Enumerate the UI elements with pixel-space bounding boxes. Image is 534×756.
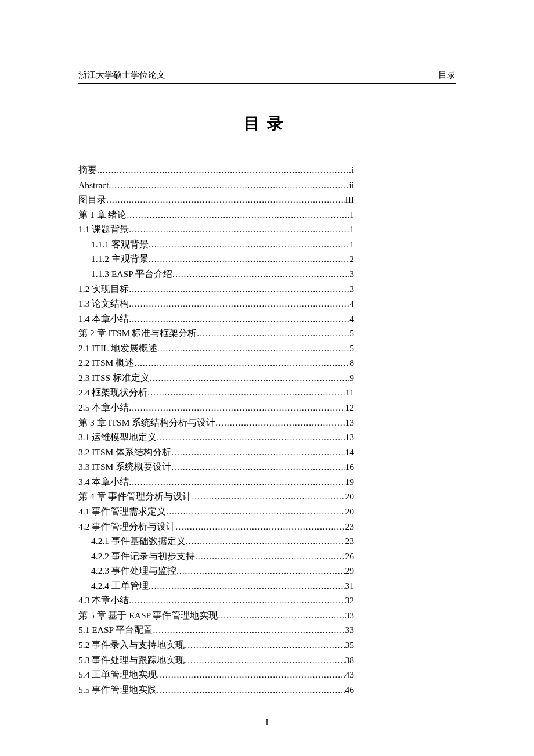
toc-entry: 1.1.2 主观背景 2 (78, 251, 354, 267)
toc-entry-label: 4.2.3 事件处理与监控 (91, 563, 176, 578)
toc-entry-page: 3 (349, 282, 354, 297)
toc-entry-page: 14 (345, 445, 355, 460)
toc-leader-dots (129, 474, 345, 489)
toc-leader-dots (147, 385, 345, 400)
toc-leader-dots (171, 445, 345, 460)
toc-leader-dots (157, 667, 345, 682)
toc-leader-dots (185, 638, 345, 653)
toc-entry-label: 2.1 ITIL 地发展概述 (78, 341, 157, 356)
toc-leader-dots (157, 341, 349, 356)
toc-leader-dots (172, 267, 349, 282)
toc-entry-label: 3.1 运维模型地定义 (78, 430, 157, 445)
toc-entry-page: 8 (349, 355, 354, 370)
toc-entry-label: 3.4 本章小结 (78, 474, 129, 489)
toc-entry: 4.2.4 工单管理 31 (78, 578, 354, 593)
toc-entry-page: i (352, 163, 354, 178)
toc-entry: 5.3 事件处理与跟踪地实现 38 (78, 653, 354, 668)
toc-entry-label: 5.5 事件管理地实践 (78, 682, 157, 697)
toc-entry-label: Abstract (78, 178, 109, 193)
toc-list: 摘要 iAbstractii图目录 III第 1 章 绪论 11.1 课题背景 … (78, 163, 354, 697)
toc-leader-dots (186, 534, 345, 549)
toc-leader-dots (171, 459, 345, 474)
toc-entry-label: 1.1.2 主观背景 (91, 251, 149, 267)
toc-entry: 3.3 ITSM 系统概要设计16 (78, 459, 354, 474)
toc-leader-dots (106, 192, 345, 207)
toc-leader-dots (97, 163, 352, 178)
toc-entry-label: 4.3 本章小结 (78, 593, 129, 608)
toc-entry-page: ii (349, 178, 354, 193)
toc-leader-dots (149, 237, 349, 252)
toc-leader-dots (149, 578, 345, 593)
toc-entry: 第 4 章 事件管理分析与设计 20 (78, 489, 354, 504)
toc-entry-page: 1 (349, 207, 354, 222)
toc-leader-dots (215, 415, 345, 430)
toc-entry-page: 35 (345, 638, 355, 653)
toc-entry-page: 3 (349, 267, 354, 282)
toc-entry-label: 第 1 章 绪论 (78, 207, 127, 222)
toc-entry-page: 46 (345, 682, 355, 697)
toc-entry-page: 19 (345, 474, 355, 489)
toc-entry-page: 26 (345, 549, 355, 564)
toc-leader-dots (129, 311, 349, 326)
toc-entry: 1.2 实现目标 3 (78, 282, 354, 297)
toc-entry-label: 4.1 事件管理需求定义 (78, 504, 166, 519)
toc-leader-dots (197, 326, 349, 341)
toc-entry-page: 5 (349, 341, 354, 356)
toc-entry: 1.1.1 客观背景 1 (78, 237, 354, 252)
header-left: 浙江大学硕士学位论文 (78, 70, 165, 81)
toc-entry-page: 1 (349, 237, 354, 252)
toc-entry-label: 5.4 工单管理地实现 (78, 667, 157, 682)
toc-entry-page: 12 (345, 400, 355, 415)
toc-entry-label: 1.1.1 客观背景 (91, 237, 149, 252)
toc-entry-label: 第 2 章 ITSM 标准与框架分析 (78, 326, 197, 341)
toc-entry-label: 1.1.3 EASP 平台介绍 (91, 267, 172, 282)
page-number-footer: I (78, 718, 456, 728)
toc-entry-label: 2.2 ITSM 概述 (78, 355, 134, 370)
toc-leader-dots (192, 489, 345, 504)
toc-leader-dots (129, 593, 345, 608)
toc-entry-label: 2.5 本章小结 (78, 400, 129, 415)
toc-leader-dots (218, 608, 345, 623)
toc-entry-page: 43 (345, 667, 355, 682)
toc-title: 目录 (78, 113, 456, 135)
toc-entry-page: 32 (345, 593, 355, 608)
toc-entry-label: 图目录 (78, 192, 106, 207)
toc-entry-label: 4.2.4 工单管理 (91, 578, 149, 593)
toc-entry-label: 4.2.2 事件记录与初步支持 (91, 549, 195, 564)
toc-entry-page: 38 (345, 653, 355, 668)
toc-entry: Abstractii (78, 178, 354, 193)
toc-entry-label: 1.2 实现目标 (78, 282, 129, 297)
toc-leader-dots (195, 549, 345, 564)
toc-leader-dots (150, 370, 349, 386)
toc-entry: 5.2 事件录入与支持地实现 35 (78, 638, 354, 653)
toc-leader-dots (175, 519, 345, 534)
toc-entry-page: 11 (345, 385, 354, 400)
toc-leader-dots (176, 563, 345, 578)
toc-entry: 4.2.3 事件处理与监控 29 (78, 563, 354, 578)
toc-entry: 4.2.1 事件基础数据定义 23 (78, 534, 354, 549)
toc-leader-dots (185, 653, 345, 668)
page-header: 浙江大学硕士学位论文 目录 (78, 70, 456, 84)
toc-entry: 第 5 章 基于 EASP 事件管理地实现33 (78, 608, 354, 623)
toc-leader-dots (129, 296, 349, 311)
toc-entry-label: 第 5 章 基于 EASP 事件管理地实现 (78, 608, 218, 623)
toc-entry: 2.5 本章小结 12 (78, 400, 354, 415)
page-container: 浙江大学硕士学位论文 目录 目录 摘要 iAbstractii图目录 III第 … (0, 0, 534, 751)
toc-entry-page: 29 (345, 563, 355, 578)
toc-entry: 1.4 本章小结 4 (78, 311, 354, 326)
toc-entry-label: 1.4 本章小结 (78, 311, 129, 326)
toc-entry-page: 5 (349, 326, 354, 341)
toc-entry-page: 31 (345, 578, 355, 593)
toc-entry-label: 5.2 事件录入与支持地实现 (78, 638, 185, 653)
toc-entry-label: 4.2 事件管理分析与设计 (78, 519, 175, 534)
toc-entry: 3.1 运维模型地定义 13 (78, 430, 354, 445)
toc-entry-label: 1.3 论文结构 (78, 296, 129, 311)
toc-entry-page: 20 (345, 489, 355, 504)
toc-entry-label: 4.2.1 事件基础数据定义 (91, 534, 186, 549)
toc-entry: 3.4 本章小结 19 (78, 474, 354, 489)
toc-entry-label: 第 3 章 ITSM 系统结构分析与设计 (78, 415, 215, 430)
toc-leader-dots (109, 178, 349, 193)
toc-entry: 4.1 事件管理需求定义 20 (78, 504, 354, 519)
toc-entry-label: 2.4 框架现状分析 (78, 385, 147, 400)
toc-entry-page: 33 (345, 622, 355, 638)
